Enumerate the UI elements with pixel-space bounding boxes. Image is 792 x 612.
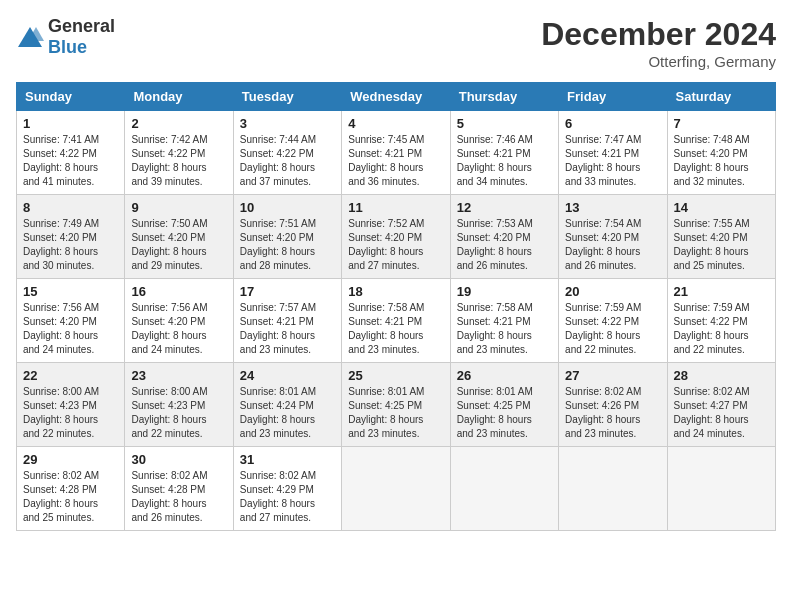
calendar-cell: 3Sunrise: 7:44 AMSunset: 4:22 PMDaylight…	[233, 111, 341, 195]
calendar-cell: 21Sunrise: 7:59 AMSunset: 4:22 PMDayligh…	[667, 279, 775, 363]
calendar-cell: 27Sunrise: 8:02 AMSunset: 4:26 PMDayligh…	[559, 363, 667, 447]
day-number: 26	[457, 368, 552, 383]
day-number: 30	[131, 452, 226, 467]
day-number: 18	[348, 284, 443, 299]
calendar-body: 1Sunrise: 7:41 AMSunset: 4:22 PMDaylight…	[17, 111, 776, 531]
calendar-cell: 23Sunrise: 8:00 AMSunset: 4:23 PMDayligh…	[125, 363, 233, 447]
day-info: Sunrise: 7:48 AMSunset: 4:20 PMDaylight:…	[674, 133, 769, 189]
day-info: Sunrise: 7:50 AMSunset: 4:20 PMDaylight:…	[131, 217, 226, 273]
day-number: 31	[240, 452, 335, 467]
calendar-cell: 11Sunrise: 7:52 AMSunset: 4:20 PMDayligh…	[342, 195, 450, 279]
calendar-cell: 9Sunrise: 7:50 AMSunset: 4:20 PMDaylight…	[125, 195, 233, 279]
calendar-cell	[667, 447, 775, 531]
day-number: 19	[457, 284, 552, 299]
calendar-cell: 22Sunrise: 8:00 AMSunset: 4:23 PMDayligh…	[17, 363, 125, 447]
calendar-cell: 28Sunrise: 8:02 AMSunset: 4:27 PMDayligh…	[667, 363, 775, 447]
day-header-thursday: Thursday	[450, 83, 558, 111]
calendar-cell: 25Sunrise: 8:01 AMSunset: 4:25 PMDayligh…	[342, 363, 450, 447]
calendar-week-3: 15Sunrise: 7:56 AMSunset: 4:20 PMDayligh…	[17, 279, 776, 363]
calendar-cell: 1Sunrise: 7:41 AMSunset: 4:22 PMDaylight…	[17, 111, 125, 195]
day-info: Sunrise: 7:46 AMSunset: 4:21 PMDaylight:…	[457, 133, 552, 189]
day-info: Sunrise: 7:49 AMSunset: 4:20 PMDaylight:…	[23, 217, 118, 273]
day-info: Sunrise: 7:45 AMSunset: 4:21 PMDaylight:…	[348, 133, 443, 189]
day-number: 12	[457, 200, 552, 215]
day-header-monday: Monday	[125, 83, 233, 111]
day-info: Sunrise: 7:55 AMSunset: 4:20 PMDaylight:…	[674, 217, 769, 273]
day-number: 5	[457, 116, 552, 131]
calendar-cell: 15Sunrise: 7:56 AMSunset: 4:20 PMDayligh…	[17, 279, 125, 363]
day-header-saturday: Saturday	[667, 83, 775, 111]
day-info: Sunrise: 8:01 AMSunset: 4:25 PMDaylight:…	[348, 385, 443, 441]
calendar-cell: 19Sunrise: 7:58 AMSunset: 4:21 PMDayligh…	[450, 279, 558, 363]
day-number: 16	[131, 284, 226, 299]
day-info: Sunrise: 7:56 AMSunset: 4:20 PMDaylight:…	[131, 301, 226, 357]
calendar-cell	[450, 447, 558, 531]
day-info: Sunrise: 7:54 AMSunset: 4:20 PMDaylight:…	[565, 217, 660, 273]
day-number: 15	[23, 284, 118, 299]
day-info: Sunrise: 7:51 AMSunset: 4:20 PMDaylight:…	[240, 217, 335, 273]
location-title: Otterfing, Germany	[541, 53, 776, 70]
days-of-week-row: SundayMondayTuesdayWednesdayThursdayFrid…	[17, 83, 776, 111]
day-info: Sunrise: 7:56 AMSunset: 4:20 PMDaylight:…	[23, 301, 118, 357]
day-header-tuesday: Tuesday	[233, 83, 341, 111]
calendar-cell: 18Sunrise: 7:58 AMSunset: 4:21 PMDayligh…	[342, 279, 450, 363]
day-number: 22	[23, 368, 118, 383]
day-number: 21	[674, 284, 769, 299]
day-info: Sunrise: 7:42 AMSunset: 4:22 PMDaylight:…	[131, 133, 226, 189]
day-number: 4	[348, 116, 443, 131]
day-number: 14	[674, 200, 769, 215]
day-number: 1	[23, 116, 118, 131]
calendar-cell	[559, 447, 667, 531]
day-number: 23	[131, 368, 226, 383]
calendar-header: SundayMondayTuesdayWednesdayThursdayFrid…	[17, 83, 776, 111]
day-number: 7	[674, 116, 769, 131]
day-header-sunday: Sunday	[17, 83, 125, 111]
day-info: Sunrise: 7:58 AMSunset: 4:21 PMDaylight:…	[457, 301, 552, 357]
day-info: Sunrise: 8:02 AMSunset: 4:28 PMDaylight:…	[131, 469, 226, 525]
calendar-cell: 16Sunrise: 7:56 AMSunset: 4:20 PMDayligh…	[125, 279, 233, 363]
day-number: 25	[348, 368, 443, 383]
day-number: 2	[131, 116, 226, 131]
day-number: 13	[565, 200, 660, 215]
calendar-cell: 6Sunrise: 7:47 AMSunset: 4:21 PMDaylight…	[559, 111, 667, 195]
day-header-friday: Friday	[559, 83, 667, 111]
day-number: 9	[131, 200, 226, 215]
calendar-cell: 7Sunrise: 7:48 AMSunset: 4:20 PMDaylight…	[667, 111, 775, 195]
calendar-cell: 4Sunrise: 7:45 AMSunset: 4:21 PMDaylight…	[342, 111, 450, 195]
day-number: 27	[565, 368, 660, 383]
day-number: 6	[565, 116, 660, 131]
day-info: Sunrise: 7:52 AMSunset: 4:20 PMDaylight:…	[348, 217, 443, 273]
day-number: 8	[23, 200, 118, 215]
day-number: 20	[565, 284, 660, 299]
day-number: 24	[240, 368, 335, 383]
logo-blue: Blue	[48, 37, 87, 57]
calendar-cell: 13Sunrise: 7:54 AMSunset: 4:20 PMDayligh…	[559, 195, 667, 279]
calendar-cell: 5Sunrise: 7:46 AMSunset: 4:21 PMDaylight…	[450, 111, 558, 195]
calendar-cell: 26Sunrise: 8:01 AMSunset: 4:25 PMDayligh…	[450, 363, 558, 447]
calendar-cell: 30Sunrise: 8:02 AMSunset: 4:28 PMDayligh…	[125, 447, 233, 531]
title-area: December 2024 Otterfing, Germany	[541, 16, 776, 70]
day-header-wednesday: Wednesday	[342, 83, 450, 111]
calendar-cell: 10Sunrise: 7:51 AMSunset: 4:20 PMDayligh…	[233, 195, 341, 279]
day-info: Sunrise: 8:02 AMSunset: 4:28 PMDaylight:…	[23, 469, 118, 525]
day-number: 29	[23, 452, 118, 467]
logo: General Blue	[16, 16, 115, 58]
calendar-cell: 14Sunrise: 7:55 AMSunset: 4:20 PMDayligh…	[667, 195, 775, 279]
day-info: Sunrise: 7:41 AMSunset: 4:22 PMDaylight:…	[23, 133, 118, 189]
day-info: Sunrise: 7:57 AMSunset: 4:21 PMDaylight:…	[240, 301, 335, 357]
calendar-week-2: 8Sunrise: 7:49 AMSunset: 4:20 PMDaylight…	[17, 195, 776, 279]
day-number: 17	[240, 284, 335, 299]
day-info: Sunrise: 8:02 AMSunset: 4:26 PMDaylight:…	[565, 385, 660, 441]
calendar-cell: 31Sunrise: 8:02 AMSunset: 4:29 PMDayligh…	[233, 447, 341, 531]
day-info: Sunrise: 8:02 AMSunset: 4:29 PMDaylight:…	[240, 469, 335, 525]
calendar-cell: 2Sunrise: 7:42 AMSunset: 4:22 PMDaylight…	[125, 111, 233, 195]
day-info: Sunrise: 7:59 AMSunset: 4:22 PMDaylight:…	[565, 301, 660, 357]
day-info: Sunrise: 7:53 AMSunset: 4:20 PMDaylight:…	[457, 217, 552, 273]
calendar-cell: 29Sunrise: 8:02 AMSunset: 4:28 PMDayligh…	[17, 447, 125, 531]
calendar-cell: 12Sunrise: 7:53 AMSunset: 4:20 PMDayligh…	[450, 195, 558, 279]
day-number: 11	[348, 200, 443, 215]
logo-text: General Blue	[48, 16, 115, 58]
day-info: Sunrise: 7:44 AMSunset: 4:22 PMDaylight:…	[240, 133, 335, 189]
day-number: 28	[674, 368, 769, 383]
calendar-cell: 17Sunrise: 7:57 AMSunset: 4:21 PMDayligh…	[233, 279, 341, 363]
